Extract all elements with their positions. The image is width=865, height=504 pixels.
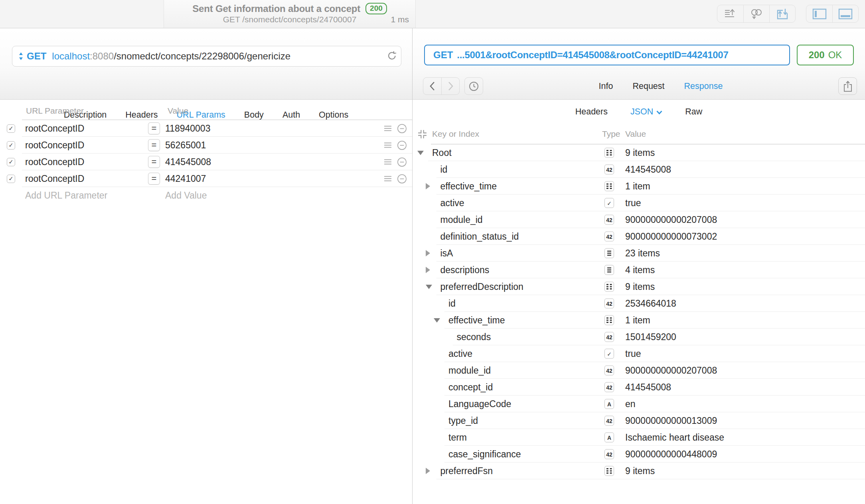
export-list-button[interactable] — [717, 5, 743, 22]
refresh-icon — [387, 50, 397, 61]
json-tree-row[interactable]: LanguageCodeAen — [413, 396, 865, 412]
param-checkbox[interactable]: ✓ — [7, 158, 15, 166]
response-tab-info[interactable]: Info — [599, 81, 613, 91]
expand-arrow-icon[interactable] — [426, 250, 430, 256]
toggle-bottom-panel-button[interactable] — [832, 5, 858, 22]
response-tab-request[interactable]: Request — [632, 81, 664, 91]
back-button[interactable] — [423, 78, 441, 94]
json-tree-row[interactable]: preferredDescription9 items — [413, 278, 865, 295]
response-pane: GET ...5001&rootConceptID=414545008&root… — [413, 28, 865, 504]
json-tree-row[interactable]: id42414545008 — [413, 161, 865, 178]
number-type-icon: 42 — [604, 232, 614, 242]
param-checkbox[interactable]: ✓ — [7, 175, 15, 183]
param-name-field[interactable]: rootConceptID — [25, 173, 130, 184]
json-value: 1 item — [625, 181, 650, 192]
reorder-handle[interactable] — [384, 159, 392, 165]
reorder-icon — [384, 175, 392, 182]
param-value-field[interactable]: 414545008 — [165, 157, 384, 167]
expand-arrow-icon[interactable] — [426, 183, 430, 189]
param-name-field[interactable]: rootConceptID — [25, 140, 130, 151]
url-host[interactable]: localhost — [52, 51, 90, 62]
json-tree-row[interactable]: preferredFsn9 items — [413, 463, 865, 479]
reorder-handle[interactable] — [384, 142, 392, 148]
json-tree-row[interactable]: active✓true — [413, 195, 865, 211]
json-tree-row[interactable]: definition_status_id42900000000000073002 — [413, 228, 865, 245]
param-checkbox[interactable]: ✓ — [7, 124, 15, 133]
view-tab-json[interactable]: JSON — [630, 107, 662, 117]
clock-icon — [468, 81, 479, 92]
share-button[interactable] — [838, 77, 857, 95]
remove-param-button[interactable] — [397, 157, 407, 167]
json-tree-row[interactable]: isA23 items — [413, 245, 865, 262]
param-checkbox[interactable]: ✓ — [7, 141, 15, 150]
object-type-icon — [606, 150, 612, 156]
json-tree-row[interactable]: module_id42900000000000207008 — [413, 362, 865, 379]
json-tree-row[interactable]: seconds421501459200 — [413, 329, 865, 345]
request-method[interactable]: GET — [27, 51, 46, 62]
reorder-handle[interactable] — [384, 125, 392, 132]
expand-arrow-icon[interactable] — [426, 267, 430, 273]
view-tab-headers[interactable]: Headers — [575, 107, 608, 117]
object-type-icon — [604, 148, 614, 158]
json-tree-row[interactable]: type_id42900000000000013009 — [413, 412, 865, 429]
json-tree-row[interactable]: Root9 items — [413, 144, 865, 161]
collapse-all-button[interactable] — [418, 130, 427, 140]
param-name-field[interactable]: rootConceptID — [25, 157, 130, 167]
history-button[interactable] — [464, 77, 483, 95]
collapse-all-icon — [418, 130, 427, 139]
forward-button[interactable] — [441, 78, 459, 94]
param-name-field[interactable]: rootConceptID — [25, 123, 130, 134]
view-tab-label: Raw — [685, 107, 702, 117]
column-key-or-index: Key or Index — [432, 129, 479, 139]
json-tree-row[interactable]: descriptions4 items — [413, 262, 865, 278]
send-refresh-button[interactable] — [387, 50, 397, 62]
reorder-handle[interactable] — [384, 175, 392, 182]
add-value-placeholder[interactable]: Add Value — [165, 190, 207, 201]
url-port[interactable]: :8080 — [90, 51, 114, 62]
param-value-type-button[interactable]: = — [148, 139, 160, 151]
param-value-type-button[interactable]: = — [148, 173, 160, 185]
json-tree-row[interactable]: concept_id42414545008 — [413, 379, 865, 396]
object-type-icon — [606, 183, 612, 189]
param-row: ✓rootConceptID=44241007 — [0, 170, 412, 187]
response-tab-response[interactable]: Response — [684, 81, 723, 91]
object-type-icon — [604, 181, 614, 191]
json-tree-row[interactable]: effective_time1 item — [413, 312, 865, 329]
json-key: id — [448, 298, 456, 309]
json-tree-row[interactable]: active✓true — [413, 345, 865, 362]
remove-param-button[interactable] — [397, 140, 407, 150]
url-path[interactable]: /snomedct/concepts/22298006/genericize — [114, 51, 290, 62]
minus-circle-icon — [397, 124, 407, 134]
json-tree-row[interactable]: effective_time1 item — [413, 178, 865, 195]
view-tab-raw[interactable]: Raw — [685, 107, 702, 117]
json-tree-row[interactable]: termAIschaemic heart disease — [413, 429, 865, 446]
json-value: Ischaemic heart disease — [625, 432, 724, 443]
toggle-sidebar-button[interactable] — [806, 5, 832, 22]
param-value-field[interactable]: 44241007 — [165, 173, 384, 184]
param-value-type-button[interactable]: = — [148, 122, 160, 134]
remove-param-button[interactable] — [397, 174, 407, 184]
param-value-type-button[interactable]: = — [148, 156, 160, 168]
expand-arrow-icon[interactable] — [426, 468, 430, 474]
add-param-placeholder[interactable]: Add URL Parameter — [25, 190, 165, 201]
json-value: 900000000000073002 — [625, 231, 717, 242]
import-export-button[interactable] — [769, 5, 795, 22]
response-nav-bar: InfoRequestResponse — [423, 77, 857, 95]
sync-button[interactable] — [743, 5, 769, 22]
json-tree-row[interactable]: case_significance42900000000000448009 — [413, 446, 865, 463]
collapse-arrow-icon[interactable] — [434, 318, 440, 323]
json-tree-row[interactable]: id422534664018 — [413, 295, 865, 312]
param-row-actions — [384, 157, 407, 167]
remove-param-button[interactable] — [397, 124, 407, 134]
number-type-icon: 42 — [604, 416, 614, 426]
reorder-icon — [384, 142, 392, 148]
param-value-field[interactable]: 56265001 — [165, 140, 384, 151]
param-value-field[interactable]: 118940003 — [165, 123, 384, 134]
method-dropdown-caret-icon[interactable] — [18, 51, 24, 61]
request-url-field[interactable]: GET localhost:8080/snomedct/concepts/222… — [12, 46, 401, 67]
expand-arrow-cell — [434, 318, 448, 323]
response-url-box[interactable]: GET ...5001&rootConceptID=414545008&root… — [424, 45, 790, 65]
json-tree-row[interactable]: module_id42900000000000207008 — [413, 211, 865, 228]
collapse-arrow-icon[interactable] — [417, 151, 424, 155]
collapse-arrow-icon[interactable] — [426, 285, 432, 289]
